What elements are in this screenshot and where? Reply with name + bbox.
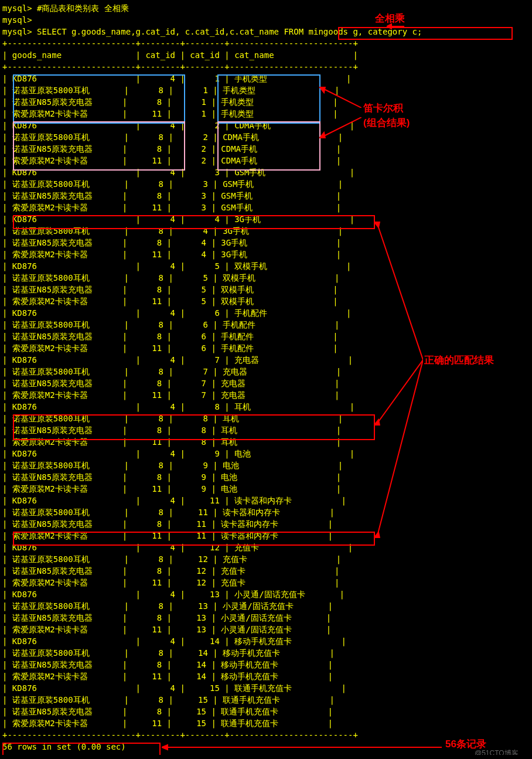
box-match-1: [13, 215, 375, 229]
table-row: | 诺基亚N85原装充电器 | 8 | 13 | 小灵通/固话充值卡 |: [2, 612, 532, 624]
table-row: | KD876 | 4 | 11 | 读卡器和内存卡 |: [2, 495, 532, 506]
prompt-line-2: mysql>: [2, 14, 532, 26]
table-row: | KD876 | 4 | 6 | 手机配件 |: [2, 307, 532, 319]
table-row: | KD876 | 4 | 13 | 小灵通/固话充值卡 |: [2, 588, 532, 600]
box-from-clause: [338, 27, 513, 40]
table-row: | 诺基亚N85原装充电器 | 8 | 15 | 联通手机充值卡 |: [2, 706, 532, 717]
arrow-match-1: [374, 222, 423, 360]
prompt-line-1: mysql> #商品表和类别表 全相乘: [2, 2, 532, 14]
table-row: | 索爱原装M2卡读卡器 | 11 | 5 | 双模手机 |: [2, 295, 532, 307]
svg-line-4: [324, 117, 362, 136]
anno-cartesian-2: (组合结果): [363, 117, 410, 129]
table-row: | 索爱原装M2卡读卡器 | 11 | 12 | 充值卡 |: [2, 577, 532, 588]
box-group2-cat: [217, 121, 320, 171]
header-row: | goods_name | cat_id | cat_id | cat_nam…: [2, 49, 532, 61]
table-row: | 索爱原装M2卡读卡器 | 11 | 6 | 手机配件 |: [2, 342, 532, 354]
table-row: | 诺基亚原装5800耳机 | 8 | 13 | 小灵通/固话充值卡 |: [2, 600, 532, 612]
table-row: | 诺基亚原装5800耳机 | 8 | 12 | 充值卡 |: [2, 553, 532, 565]
table-row: | KD876 | 4 | 8 | 耳机 |: [2, 401, 532, 413]
table-row: | 诺基亚原装5800耳机 | 8 | 3 | GSM手机 |: [2, 178, 532, 190]
table-row: | 索爱原装M2卡读卡器 | 11 | 7 | 充电器 |: [2, 389, 532, 401]
anno-cartesian-1: 笛卡尔积: [363, 103, 403, 114]
table-row: | 诺基亚原装5800耳机 | 8 | 9 | 电池 |: [2, 460, 532, 471]
arrow-match-3: [374, 360, 423, 538]
arrow-group1: [319, 87, 362, 108]
table-row: | 索爱原装M2卡读卡器 | 11 | 14 | 移动手机充值卡 |: [2, 670, 532, 682]
table-row: | 诺基亚N85原装充电器 | 8 | 3 | GSM手机 |: [2, 190, 532, 202]
svg-marker-7: [374, 222, 380, 227]
table-row: | 诺基亚N85原装充电器 | 8 | 9 | 电池 |: [2, 471, 532, 483]
table-body: | KD876 | 4 | 1 | 手机类型 || 诺基亚原装5800耳机 | …: [2, 73, 532, 729]
arrow-group2: [319, 117, 362, 138]
anno-correct-match: 正确的匹配结果: [424, 355, 494, 366]
table-row: | 诺基亚原装5800耳机 | 8 | 14 | 移动手机充值卡 |: [2, 647, 532, 659]
table-row: | 诺基亚N85原装充电器 | 8 | 4 | 3G手机 |: [2, 237, 532, 249]
table-row: | 诺基亚N85原装充电器 | 8 | 14 | 移动手机充值卡 |: [2, 659, 532, 670]
table-row: | 诺基亚N85原装充电器 | 8 | 12 | 充值卡 |: [2, 565, 532, 577]
box-group1-cat: [217, 74, 320, 124]
svg-line-2: [324, 89, 362, 108]
svg-marker-3: [319, 87, 325, 93]
table-row: | 诺基亚N85原装充电器 | 8 | 5 | 双模手机 |: [2, 284, 532, 295]
table-row: | 诺基亚N85原装充电器 | 8 | 6 | 手机配件 |: [2, 331, 532, 342]
table-row: | 诺基亚原装5800耳机 | 8 | 7 | 充电器 |: [2, 366, 532, 377]
box-match-2: [13, 414, 375, 440]
svg-marker-13: [162, 745, 168, 750]
svg-marker-1: [387, 24, 391, 29]
table-row: | 索爱原装M2卡读卡器 | 11 | 15 | 联通手机充值卡 |: [2, 717, 532, 729]
svg-line-6: [377, 224, 423, 360]
arrow-footer: [162, 743, 442, 751]
box-footer: [2, 743, 161, 755]
box-group1-goods: [13, 74, 185, 124]
separator-mid: +--------------------------+--------+---…: [2, 61, 532, 73]
watermark: @51CTO博客: [475, 747, 519, 755]
table-row: | 索爱原装M2卡读卡器 | 11 | 9 | 电池 |: [2, 483, 532, 495]
table-row: | 索爱原装M2卡读卡器 | 11 | 13 | 小灵通/固话充值卡 |: [2, 624, 532, 635]
table-row: | 诺基亚原装5800耳机 | 8 | 6 | 手机配件 |: [2, 319, 532, 331]
table-row: | 诺基亚原装5800耳机 | 8 | 11 | 读卡器和内存卡 |: [2, 506, 532, 518]
table-row: | KD876 | 4 | 5 | 双模手机 |: [2, 260, 532, 272]
table-row: | KD876 | 4 | 9 | 电池 |: [2, 448, 532, 460]
box-group2-goods: [13, 121, 185, 171]
table-row: | 诺基亚原装5800耳机 | 8 | 15 | 联通手机充值卡 |: [2, 694, 532, 706]
box-match-3: [13, 532, 375, 546]
table-row: | 索爱原装M2卡读卡器 | 11 | 3 | GSM手机 |: [2, 202, 532, 213]
table-row: | KD876 | 4 | 15 | 联通手机充值卡 |: [2, 682, 532, 694]
table-row: | 诺基亚N85原装充电器 | 8 | 7 | 充电器 |: [2, 377, 532, 389]
arrow-from-clause: [387, 22, 404, 30]
svg-marker-5: [319, 132, 325, 138]
svg-line-10: [377, 360, 423, 536]
table-row: | 诺基亚原装5800耳机 | 8 | 5 | 双模手机 |: [2, 272, 532, 284]
table-row: | 索爱原装M2卡读卡器 | 11 | 4 | 3G手机 |: [2, 249, 532, 260]
table-row: | KD876 | 4 | 14 | 移动手机充值卡 |: [2, 635, 532, 647]
svg-marker-11: [374, 532, 380, 538]
table-row: | 诺基亚N85原装充电器 | 8 | 11 | 读卡器和内存卡 |: [2, 518, 532, 530]
